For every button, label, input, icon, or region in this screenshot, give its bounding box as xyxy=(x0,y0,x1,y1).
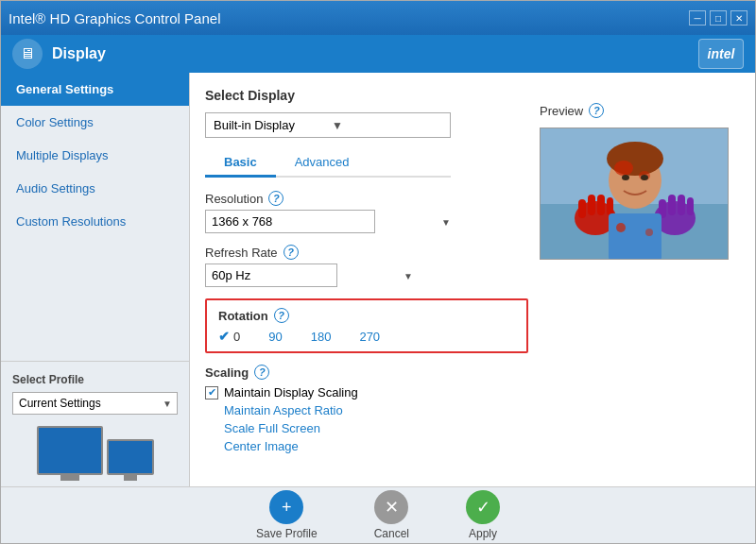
scaling-maintain-display-label: Maintain Display Scaling xyxy=(224,385,358,400)
sidebar-profile: Select Profile Current Settings Profile … xyxy=(1,361,189,486)
rotation-option-90[interactable]: 90 xyxy=(268,330,282,344)
scaling-center-image-link[interactable]: Center Image xyxy=(205,439,528,453)
preview-area: Preview ? xyxy=(528,88,740,471)
apply-button[interactable]: ✓ Apply xyxy=(466,490,500,540)
restore-button[interactable]: □ xyxy=(710,10,727,26)
sidebar-item-multiple-displays[interactable]: Multiple Displays xyxy=(1,139,189,172)
apply-icon: ✓ xyxy=(466,490,500,524)
preview-image-svg xyxy=(541,128,729,260)
scaling-maintain-display-checkbox[interactable]: ✔ xyxy=(205,386,218,400)
profile-select-wrap: Current Settings Profile 1 Profile 2 ▼ xyxy=(12,392,178,415)
monitor-main-icon xyxy=(37,426,103,475)
cancel-icon: ✕ xyxy=(374,490,408,524)
refresh-rate-label-row: Refresh Rate ? xyxy=(205,245,528,260)
sidebar-nav: General Settings Color Settings Multiple… xyxy=(1,73,189,361)
save-profile-label: Save Profile xyxy=(256,527,318,540)
rotation-option-270[interactable]: 270 xyxy=(359,330,380,344)
select-profile-label: Select Profile xyxy=(12,373,178,386)
sidebar: General Settings Color Settings Multiple… xyxy=(1,73,190,486)
main-window: Intel® HD Graphics Control Panel ─ □ ✕ 🖥… xyxy=(0,0,756,544)
intel-logo: intel xyxy=(698,39,744,69)
cancel-label: Cancel xyxy=(374,527,409,540)
preview-help-icon[interactable]: ? xyxy=(589,103,604,118)
select-display-title: Select Display xyxy=(205,88,528,103)
title-bar-title: Intel® HD Graphics Control Panel xyxy=(9,10,220,26)
scaling-maintain-aspect-link[interactable]: Maintain Aspect Ratio xyxy=(205,403,528,417)
resolution-select-arrow-icon: ▼ xyxy=(441,216,451,227)
scaling-section: Scaling ? ✔ Maintain Display Scaling Mai… xyxy=(205,365,528,453)
sidebar-item-custom-resolutions[interactable]: Custom Resolutions xyxy=(1,205,189,238)
monitor-graphic xyxy=(37,426,154,475)
preview-image-box xyxy=(540,128,729,260)
svg-rect-10 xyxy=(578,199,586,218)
preview-label-row: Preview ? xyxy=(540,103,729,118)
minimize-button[interactable]: ─ xyxy=(689,10,706,26)
scaling-scale-full-link[interactable]: Scale Full Screen xyxy=(205,421,528,435)
resolution-help-icon[interactable]: ? xyxy=(268,191,284,206)
cancel-button[interactable]: ✕ Cancel xyxy=(374,490,409,540)
scaling-help-icon[interactable]: ? xyxy=(254,365,269,380)
content-left: Select Display Built-in Display External… xyxy=(205,88,528,471)
resolution-group: Resolution ? 1366 x 768 1920 x 1080 1280… xyxy=(205,191,528,233)
resolution-label: Resolution xyxy=(205,192,263,206)
scaling-label: Scaling xyxy=(205,366,249,380)
refresh-rate-label: Refresh Rate xyxy=(205,246,278,260)
display-bar: 🖥 Display intel xyxy=(1,35,755,73)
svg-point-5 xyxy=(614,161,633,176)
scaling-label-row: Scaling ? xyxy=(205,365,528,380)
svg-rect-16 xyxy=(668,195,676,215)
tabs: Basic Advanced xyxy=(205,149,451,178)
tab-basic[interactable]: Basic xyxy=(205,149,276,178)
resolution-select[interactable]: 1366 x 768 1920 x 1080 1280 x 720 xyxy=(205,210,375,233)
refresh-rate-group: Refresh Rate ? 60p Hz 75p Hz 120p Hz ▼ xyxy=(205,245,528,287)
refresh-rate-help-icon[interactable]: ? xyxy=(284,245,299,260)
sidebar-item-color-settings[interactable]: Color Settings xyxy=(1,106,189,139)
svg-rect-17 xyxy=(678,195,685,215)
save-profile-button[interactable]: + Save Profile xyxy=(256,490,318,540)
main-layout: General Settings Color Settings Multiple… xyxy=(1,73,755,486)
svg-point-20 xyxy=(616,223,626,232)
svg-rect-12 xyxy=(597,195,605,215)
tab-advanced[interactable]: Advanced xyxy=(276,149,369,178)
rotation-check-0: ✔ xyxy=(218,329,230,344)
select-display-wrap: Built-in Display External Display 1 Exte… xyxy=(205,112,528,138)
svg-rect-11 xyxy=(588,195,595,215)
rotation-box: Rotation ? ✔ 0 90 180 xyxy=(205,298,528,353)
refresh-rate-arrow-icon: ▼ xyxy=(404,270,413,280)
preview-label: Preview xyxy=(540,104,583,118)
content-area: Select Display Built-in Display External… xyxy=(190,73,755,486)
title-bar-left: Intel® HD Graphics Control Panel xyxy=(9,10,220,26)
title-bar: Intel® HD Graphics Control Panel ─ □ ✕ xyxy=(1,1,755,35)
sidebar-item-general-settings[interactable]: General Settings xyxy=(1,73,189,106)
display-icon: 🖥 xyxy=(12,39,43,69)
close-button[interactable]: ✕ xyxy=(730,10,747,26)
apply-label: Apply xyxy=(469,527,497,540)
rotation-label-row: Rotation ? xyxy=(218,308,515,323)
svg-rect-18 xyxy=(687,197,694,215)
resolution-select-wrap: 1366 x 768 1920 x 1080 1280 x 720 ▼ xyxy=(205,210,528,233)
refresh-rate-select-wrap: 60p Hz 75p Hz 120p Hz ▼ xyxy=(205,264,528,287)
sidebar-item-audio-settings[interactable]: Audio Settings xyxy=(1,172,189,205)
rotation-help-icon[interactable]: ? xyxy=(274,308,289,323)
display-label: Display xyxy=(52,45,106,62)
monitor-small-icon xyxy=(107,439,154,475)
select-display-select[interactable]: Built-in Display External Display 1 Exte… xyxy=(205,112,451,138)
title-bar-controls: ─ □ ✕ xyxy=(689,10,747,26)
svg-rect-13 xyxy=(607,197,613,215)
resolution-label-row: Resolution ? xyxy=(205,191,528,206)
svg-point-21 xyxy=(645,229,653,236)
profile-select[interactable]: Current Settings Profile 1 Profile 2 xyxy=(12,392,178,415)
bottom-bar: + Save Profile ✕ Cancel ✓ Apply xyxy=(1,486,755,543)
rotation-option-0[interactable]: ✔ 0 xyxy=(218,329,240,344)
refresh-rate-select[interactable]: 60p Hz 75p Hz 120p Hz xyxy=(205,264,337,287)
scaling-maintain-display-option[interactable]: ✔ Maintain Display Scaling xyxy=(205,385,528,400)
rotation-label: Rotation xyxy=(218,309,268,323)
svg-point-8 xyxy=(641,175,648,180)
sidebar-monitor-img xyxy=(12,426,178,475)
rotation-option-180[interactable]: 180 xyxy=(311,330,332,344)
rotation-options: ✔ 0 90 180 270 xyxy=(218,329,515,344)
svg-rect-19 xyxy=(609,213,662,260)
svg-point-7 xyxy=(622,175,629,180)
save-profile-icon: + xyxy=(269,490,303,524)
